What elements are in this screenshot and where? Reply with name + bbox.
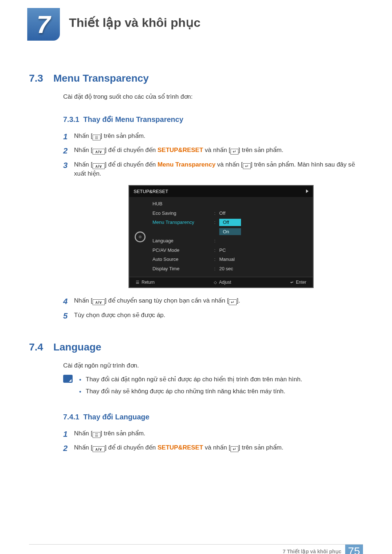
- osd-screenshot: SETUP&RESET HUB Eco Saving:Off: [128, 185, 314, 288]
- step-7-4-1-1: 1 Nhấn [] trên sản phẩm.: [63, 429, 363, 438]
- up-down-icon: [93, 446, 105, 452]
- chapter-title: Thiết lập và khôi phục: [69, 8, 392, 30]
- osd-row-menu-transparency-alt: On: [152, 227, 308, 237]
- step-7-3-1-3: 3 Nhấn [] để di chuyển đến Menu Transpar…: [63, 160, 363, 178]
- chapter-tab: 7: [27, 8, 60, 41]
- step-7-3-1-2: 2 Nhấn [] để di chuyển đến SETUP&RESET v…: [63, 145, 363, 155]
- section-7-4-heading: 7.4 Language: [29, 341, 363, 353]
- subsection-7-4-1-heading: 7.4.1 Thay đổi Language: [63, 411, 363, 422]
- menu-icon: [93, 432, 101, 438]
- chapter-number: 7: [37, 10, 50, 38]
- section-7-4-num: 7.4: [29, 341, 43, 353]
- section-7-3-heading: 7.3 Menu Transparency: [29, 73, 363, 84]
- note-line-1: Thay đổi cài đặt ngôn ngữ sẽ chỉ được áp…: [79, 375, 302, 384]
- subsection-7-3-1-heading: 7.3.1 Thay đổi Menu Transparency: [63, 114, 363, 125]
- section-7-3-num: 7.3: [29, 73, 43, 84]
- enter-icon: [243, 163, 251, 169]
- step-7-3-1-4: 4 Nhấn [] để chuyển sang tùy chọn bạn cầ…: [63, 296, 363, 305]
- osd-row-eco: Eco Saving:Off: [152, 209, 308, 218]
- section-7-4-intro: Cài đặt ngôn ngữ trình đơn.: [63, 361, 363, 370]
- note-line-2: Thay đổi này sẽ không được áp cho những …: [79, 387, 302, 396]
- footer-title: 7 Thiết lập và khôi phục: [283, 549, 342, 554]
- diamond-icon: ◇: [214, 279, 217, 286]
- osd-row-pcav: PC/AV Mode:PC: [152, 246, 308, 255]
- enter-icon: [230, 149, 238, 155]
- chapter-banner: 7 Thiết lập và khôi phục: [27, 8, 392, 40]
- section-7-3-intro: Cài đặt độ trong suốt cho các cửa sổ trì…: [63, 92, 363, 102]
- step-7-3-1-5: 5 Tùy chọn được chọn sẽ được áp.: [63, 311, 363, 320]
- step-7-3-1-1: 1 Nhấn [] trên sản phẩm.: [63, 131, 363, 141]
- osd-row-autosource: Auto Source:Manual: [152, 255, 308, 264]
- osd-row-menu-transparency: Menu Transparency:Off: [152, 218, 308, 227]
- enter-icon: ↵: [290, 279, 294, 286]
- gear-icon: [135, 231, 146, 242]
- up-down-icon: [93, 149, 105, 155]
- section-7-4-title: Language: [53, 341, 101, 353]
- menu-icon: [93, 135, 101, 140]
- osd-row-hub: HUB: [152, 199, 308, 209]
- enter-icon: [229, 299, 237, 305]
- page-footer: 7 Thiết lập và khôi phục 75: [283, 545, 363, 554]
- right-arrow-icon: [306, 189, 309, 193]
- step-7-4-1-2: 2 Nhấn [] để di chuyển đến SETUP&RESET v…: [63, 443, 363, 452]
- enter-icon: [230, 446, 238, 452]
- footer-page-number: 75: [345, 545, 363, 554]
- section-7-3-title: Menu Transparency: [53, 73, 149, 84]
- osd-footer: ☰Return ◇Adjust ↵Enter: [129, 277, 313, 287]
- up-down-icon: [93, 299, 105, 305]
- osd-header: SETUP&RESET: [129, 186, 313, 197]
- menu-icon: ☰: [136, 279, 139, 286]
- osd-icon-column: [129, 197, 151, 277]
- osd-row-language: Language:: [152, 236, 308, 246]
- osd-row-displaytime: Display Time:20 sec: [152, 264, 308, 274]
- up-down-icon: [93, 163, 105, 169]
- note-icon: [63, 375, 73, 383]
